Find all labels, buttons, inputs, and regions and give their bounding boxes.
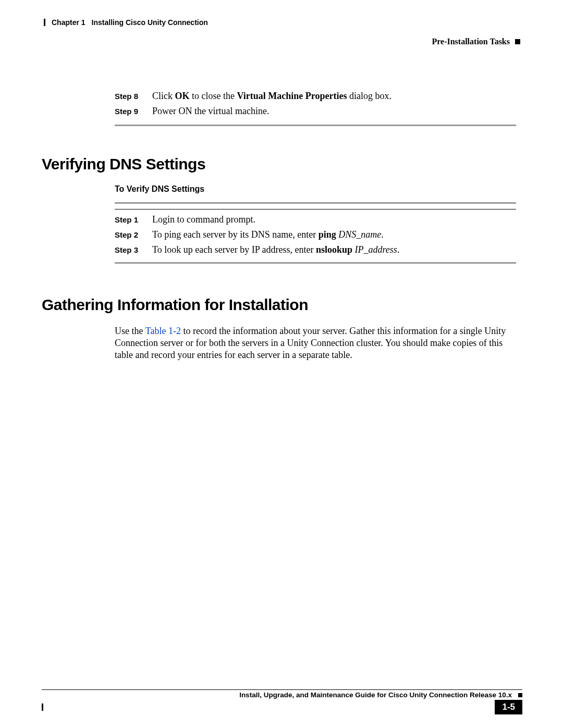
text-fragment: To ping each server by its DNS name, ent… — [152, 229, 319, 240]
step-row: Step 1 Login to command prompt. — [115, 213, 516, 227]
section-title: Pre-Installation Tasks — [432, 37, 510, 46]
step-row: Step 2 To ping each server by its DNS na… — [115, 228, 516, 242]
step-label: Step 9 — [115, 104, 140, 118]
step-label: Step 3 — [115, 243, 140, 257]
revision-bar-icon — [44, 19, 45, 26]
subheading-verify-dns: To Verify DNS Settings — [115, 184, 516, 194]
footer-marker-icon — [518, 693, 522, 697]
text-bold: nslookup — [316, 244, 352, 255]
text-fragment: Click — [152, 91, 175, 101]
section-marker-icon — [515, 39, 520, 44]
text-bold: OK — [175, 91, 190, 101]
text-italic: DNS_name — [338, 229, 381, 240]
footer-guide-title: Install, Upgrade, and Maintenance Guide … — [239, 691, 512, 699]
text-fragment: dialog box. — [347, 91, 391, 101]
step-text: To ping each server by its DNS name, ent… — [152, 228, 516, 242]
text-fragment: . — [381, 229, 384, 240]
header-left: Chapter 1 Installing Cisco Unity Connect… — [42, 18, 208, 27]
page-number: 1-5 — [495, 700, 522, 714]
header-right: Pre-Installation Tasks — [42, 37, 521, 46]
steps-start-rule — [115, 202, 516, 204]
top-step-block: Step 8 Click OK to close the Virtual Mac… — [115, 89, 516, 126]
step-row: Step 3 To look up each server by IP addr… — [115, 243, 516, 257]
link-table-1-2[interactable]: Table 1-2 — [145, 326, 181, 336]
step-text: Login to command prompt. — [152, 213, 516, 227]
text-fragment: Use the — [115, 326, 145, 336]
step-label: Step 2 — [115, 228, 140, 242]
step-text: To look up each server by IP address, en… — [152, 243, 516, 257]
section-end-rule — [115, 125, 516, 126]
text-fragment: to close the — [190, 91, 237, 101]
footer-bottom-row: 1-5 — [42, 700, 522, 714]
step-row: Step 8 Click OK to close the Virtual Mac… — [115, 89, 516, 103]
text-italic: IP_address — [355, 244, 397, 255]
heading-gathering-info: Gathering Information for Installation — [42, 296, 521, 314]
footer-left — [42, 704, 489, 711]
gathering-info-block: Use the Table 1-2 to record the informat… — [115, 325, 516, 361]
heading-verify-dns: Verifying DNS Settings — [42, 155, 521, 173]
step-text: Click OK to close the Virtual Machine Pr… — [152, 89, 516, 103]
text-fragment: To look up each server by IP address, en… — [152, 244, 316, 255]
step-row: Step 9 Power ON the virtual machine. — [115, 104, 516, 118]
running-header: Chapter 1 Installing Cisco Unity Connect… — [42, 18, 521, 27]
step-text: Power ON the virtual machine. — [152, 104, 516, 118]
section-end-rule — [115, 262, 516, 264]
chapter-title: Installing Cisco Unity Connection — [92, 18, 208, 27]
step-label: Step 1 — [115, 213, 140, 227]
thin-rule — [115, 209, 516, 209]
text-fragment: . — [397, 244, 400, 255]
text-bold: Virtual Machine Properties — [237, 91, 347, 101]
step-label: Step 8 — [115, 89, 140, 103]
paragraph: Use the Table 1-2 to record the informat… — [115, 325, 516, 361]
page-footer: Install, Upgrade, and Maintenance Guide … — [42, 689, 522, 714]
revision-bar-icon — [42, 704, 43, 711]
page: Chapter 1 Installing Cisco Unity Connect… — [0, 0, 563, 728]
footer-top-row: Install, Upgrade, and Maintenance Guide … — [42, 689, 522, 699]
verify-dns-block: To Verify DNS Settings Step 1 Login to c… — [115, 184, 516, 264]
chapter-number: Chapter 1 — [52, 18, 85, 27]
text-bold: ping — [319, 229, 336, 240]
